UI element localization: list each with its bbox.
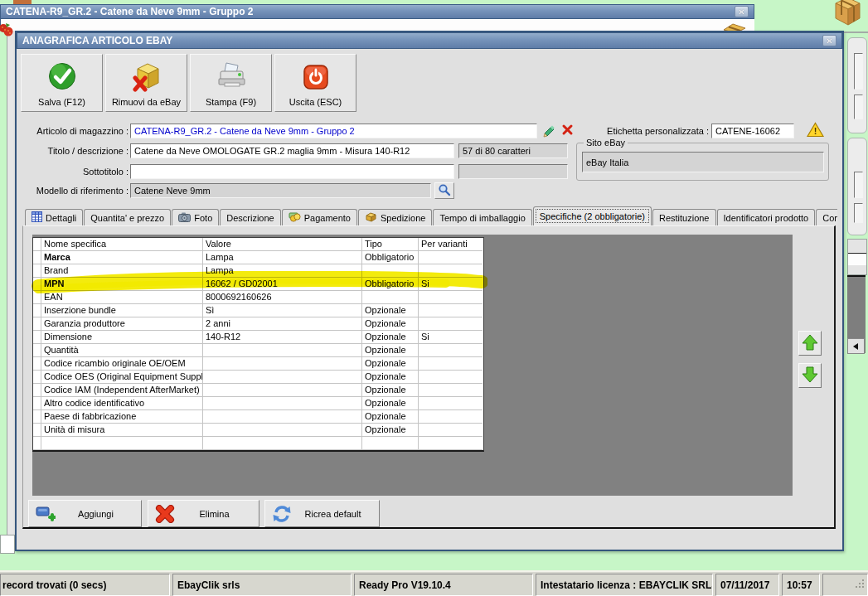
tab-pagamento[interactable]: Pagamento: [282, 209, 357, 225]
grid-header-row: Nome specifica Valore Tipo Per varianti: [33, 238, 483, 251]
modello-search-button[interactable]: [434, 182, 454, 199]
save-button-label: Salva (F12): [38, 97, 85, 107]
background-side-panel: [847, 37, 867, 133]
titolo-field[interactable]: Catene da Neve OMOLOGATE GR.2 maglia 9mm…: [130, 143, 454, 158]
sottotitolo-field[interactable]: [130, 164, 454, 179]
arrow-up-icon: [801, 333, 819, 353]
refresh-icon: [265, 505, 298, 523]
remove-from-ebay-button[interactable]: Rimuovi da eBay: [105, 54, 187, 112]
grid-row-codice-oes[interactable]: Codice OES (Original Equipment Suppli...…: [33, 371, 483, 384]
back-window-close-icon[interactable]: ✕: [735, 6, 749, 17]
remove-from-ebay-icon: [130, 61, 163, 92]
anagrafica-dialog: ANAGRAFICA ARTICOLO EBAY ✕ Salva (F12): [15, 31, 844, 551]
save-button[interactable]: Salva (F12): [21, 54, 103, 112]
tab-dettagli[interactable]: Dettagli: [25, 209, 83, 225]
status-company: EbayClik srls: [172, 574, 352, 596]
status-time: 10:57: [782, 574, 820, 596]
specifiche-tab-page: Nome specifica Valore Tipo Per varianti …: [22, 225, 836, 529]
grid-table-icon: [32, 211, 42, 224]
status-records: record trovati (0 secs): [0, 574, 170, 596]
sito-ebay-group-label: Sito eBay: [584, 138, 628, 148]
tab-label: Pagamento: [304, 213, 351, 223]
status-version: Ready Pro V19.10.4: [354, 574, 533, 596]
modello-label: Modello di riferimento :: [21, 183, 129, 198]
specifics-grid: Nome specifica Valore Tipo Per varianti …: [32, 237, 484, 452]
tab-label: Dettagli: [46, 213, 76, 223]
etichetta-field[interactable]: CATENE-16062: [711, 124, 794, 138]
svg-text:!: !: [814, 126, 817, 136]
scroll-arrow-button[interactable]: [847, 338, 865, 354]
save-check-icon: [46, 61, 78, 92]
tab-descrizione[interactable]: Descrizione: [220, 209, 280, 225]
grid-row-ean[interactable]: EAN8000692160626: [33, 291, 483, 304]
grid-row-dimensione[interactable]: Dimensione140-R12OpzionaleSi: [33, 331, 483, 344]
tab-spedizione[interactable]: Spedizione: [358, 209, 432, 225]
print-button[interactable]: Stampa (F9): [190, 54, 272, 112]
column-header[interactable]: Nome specifica: [41, 238, 203, 251]
grid-row-altro-codice[interactable]: Altro codice identificativoOpzionale: [33, 397, 483, 410]
recreate-default-button-label: Ricrea default: [298, 509, 379, 519]
delete-button[interactable]: Elimina: [148, 500, 259, 527]
tab-restituzione[interactable]: Restituzione: [652, 209, 716, 225]
sottotitolo-label: Sottotitolo :: [21, 164, 129, 179]
delete-x-icon: [148, 505, 182, 523]
tab-tempo-di-imballaggio[interactable]: Tempo di imballaggio: [433, 209, 531, 225]
tab-label: Foto: [194, 213, 212, 223]
articolo-label: Articolo di magazzino :: [21, 124, 129, 138]
print-button-label: Stampa (F9): [206, 97, 256, 107]
dialog-close-icon[interactable]: ✕: [822, 35, 836, 46]
tab-specifiche[interactable]: Specifiche (2 obbligatorie): [533, 206, 652, 225]
sito-ebay-groupbox: Sito eBay eBay Italia: [576, 143, 829, 181]
grid-row-empty[interactable]: [33, 437, 483, 450]
tab-strip: Dettagli Quantita' e prezzo Foto Descriz…: [25, 206, 837, 225]
move-up-button[interactable]: [798, 331, 822, 356]
recreate-default-button[interactable]: Ricrea default: [264, 500, 380, 527]
exit-button[interactable]: Uscita (ESC): [274, 54, 356, 112]
tab-identificatori-prodotto[interactable]: Identificatori prodotto: [717, 209, 816, 225]
tab-label: Tempo di imballaggio: [439, 213, 525, 223]
tab-foto[interactable]: Foto: [172, 209, 219, 225]
sito-ebay-field: eBay Italia: [582, 152, 824, 172]
articolo-field[interactable]: CATENA-R9_GR.2 - Catene da Neve 9mm - Gr…: [130, 124, 537, 138]
shipping-box-icon: [365, 211, 377, 224]
status-date: 07/11/2017: [715, 574, 779, 596]
resize-grip-icon[interactable]: [855, 579, 866, 592]
grid-row-mpn[interactable]: MPN16062 / GD02001ObbligatorioSi: [33, 278, 483, 291]
back-window-titlebar[interactable]: CATENA-R9_GR.2 - Catene da Neve 9mm - Gr…: [0, 4, 754, 19]
add-button[interactable]: Aggiungi: [28, 500, 142, 527]
tab-label: Spedizione: [381, 213, 425, 223]
background-side-panel: [847, 138, 867, 235]
tab-label: Identificatori prodotto: [724, 213, 809, 223]
grid-row-quantita[interactable]: QuantitàOpzionale: [33, 344, 483, 357]
grid-row-codice-ricambio[interactable]: Codice ricambio originale OE/OEMOpzional…: [33, 357, 483, 371]
grid-row-inserzione-bundle[interactable]: Inserzione bundleSìOpzionale: [33, 304, 483, 317]
tab-label: Specifiche (2 obbligatorie): [540, 211, 645, 221]
tab-label: Quantita' e prezzo: [90, 213, 164, 223]
clear-x-icon[interactable]: [561, 124, 574, 138]
status-license: Intestatario licenza : EBAYCLIK SRLS: [536, 574, 713, 596]
package-icon: [830, 0, 865, 30]
grid-row-unita[interactable]: Unità di misuraOpzionale: [33, 424, 483, 437]
edit-pencil-icon[interactable]: [541, 124, 556, 140]
delete-button-label: Elimina: [182, 509, 259, 519]
tab-compatibilita[interactable]: Compatit: [816, 209, 837, 225]
grid-row-garanzia[interactable]: Garanzia produttore2 anniOpzionale: [33, 317, 483, 331]
back-window-corner-box: [0, 535, 15, 554]
dialog-title: ANAGRAFICA ARTICOLO EBAY: [22, 35, 172, 46]
arrow-down-icon: [801, 366, 819, 385]
column-header[interactable]: Valore: [203, 238, 362, 251]
tab-label: Descrizione: [226, 213, 274, 223]
titolo-counter: 57 di 80 caratteri: [458, 143, 568, 158]
power-icon: [301, 62, 331, 92]
grid-row-paese[interactable]: Paese di fabbricazioneOpzionale: [33, 410, 483, 424]
exit-button-label: Uscita (ESC): [289, 97, 342, 107]
move-down-button[interactable]: [798, 363, 822, 388]
column-header[interactable]: Tipo: [362, 238, 419, 251]
sottotitolo-counter: [458, 164, 568, 179]
dialog-titlebar[interactable]: ANAGRAFICA ARTICOLO EBAY ✕: [17, 32, 842, 49]
grid-row-codice-iam[interactable]: Codice IAM (Independent AfterMarket)Opzi…: [33, 384, 483, 397]
column-header[interactable]: Per varianti: [419, 238, 482, 251]
tab-quantita-e-prezzo[interactable]: Quantita' e prezzo: [84, 209, 171, 225]
grid-row-marca[interactable]: MarcaLampaObbligatorio: [33, 251, 483, 264]
grid-row-brand[interactable]: BrandLampa: [33, 264, 483, 278]
